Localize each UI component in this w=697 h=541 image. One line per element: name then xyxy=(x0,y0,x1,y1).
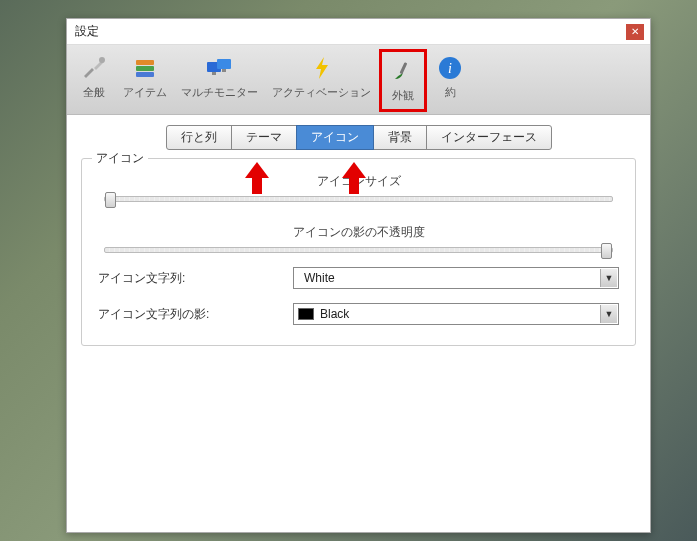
stack-icon xyxy=(130,53,160,83)
icon-text-label: アイコン文字列: xyxy=(98,270,293,287)
slider-thumb[interactable] xyxy=(105,192,116,208)
shadow-opacity-group: アイコンの影の不透明度 xyxy=(98,224,619,253)
color-swatch xyxy=(298,308,314,320)
svg-rect-7 xyxy=(222,69,226,72)
icon-text-dropdown[interactable]: White ▼ xyxy=(293,267,619,289)
shadow-opacity-slider[interactable] xyxy=(104,247,613,253)
toolbar-activation[interactable]: アクティベーション xyxy=(266,49,377,112)
monitors-icon xyxy=(205,53,235,83)
bolt-icon xyxy=(307,53,337,83)
chevron-down-icon: ▼ xyxy=(600,305,617,323)
icon-shadow-dropdown[interactable]: Black ▼ xyxy=(293,303,619,325)
svg-point-0 xyxy=(99,57,105,63)
tab-interface[interactable]: インターフェース xyxy=(426,125,552,150)
brush-icon xyxy=(388,56,418,86)
tab-theme[interactable]: テーマ xyxy=(231,125,297,150)
svg-rect-5 xyxy=(217,59,231,69)
info-icon: i xyxy=(435,53,465,83)
toolbar-appearance[interactable]: 外観 xyxy=(379,49,427,112)
shadow-opacity-label: アイコンの影の不透明度 xyxy=(98,224,619,241)
toolbar-label: マルチモニター xyxy=(181,85,258,100)
toolbar-items[interactable]: アイテム xyxy=(117,49,173,112)
main-toolbar: 全般 アイテム マルチモニター アクティベーション 外観 xyxy=(67,45,650,115)
icon-size-slider[interactable] xyxy=(104,196,613,202)
svg-text:i: i xyxy=(448,61,452,76)
toolbar-label: アイテム xyxy=(123,85,167,100)
tools-icon xyxy=(79,53,109,83)
toolbar-label: アクティベーション xyxy=(272,85,371,100)
chevron-down-icon: ▼ xyxy=(600,269,617,287)
fieldset-legend: アイコン xyxy=(92,150,148,167)
close-icon: ✕ xyxy=(631,26,639,37)
close-button[interactable]: ✕ xyxy=(626,24,644,40)
titlebar: 設定 ✕ xyxy=(67,19,650,45)
toolbar-general[interactable]: 全般 xyxy=(73,49,115,112)
svg-rect-3 xyxy=(136,72,154,77)
svg-rect-8 xyxy=(400,62,408,74)
tab-rows-cols[interactable]: 行と列 xyxy=(166,125,232,150)
dropdown-value: Black xyxy=(320,307,600,321)
toolbar-multimonitor[interactable]: マルチモニター xyxy=(175,49,264,112)
icon-text-row: アイコン文字列: White ▼ xyxy=(98,267,619,289)
icon-shadow-label: アイコン文字列の影: xyxy=(98,306,293,323)
window-title: 設定 xyxy=(75,23,99,40)
slider-thumb[interactable] xyxy=(601,243,612,259)
svg-rect-2 xyxy=(136,66,154,71)
settings-window: 設定 ✕ 全般 アイテム マルチモニター アクティベ xyxy=(66,18,651,533)
toolbar-label: 全般 xyxy=(83,85,105,100)
subtabs: 行と列 テーマ アイコン 背景 インターフェース xyxy=(67,115,650,150)
toolbar-label: 約 xyxy=(445,85,456,100)
toolbar-about[interactable]: i 約 xyxy=(429,49,471,112)
tab-background[interactable]: 背景 xyxy=(373,125,427,150)
tab-icon[interactable]: アイコン xyxy=(296,125,374,150)
dropdown-value: White xyxy=(298,271,600,285)
svg-rect-6 xyxy=(212,72,216,75)
svg-rect-1 xyxy=(136,60,154,65)
icon-shadow-row: アイコン文字列の影: Black ▼ xyxy=(98,303,619,325)
toolbar-label: 外観 xyxy=(392,88,414,103)
